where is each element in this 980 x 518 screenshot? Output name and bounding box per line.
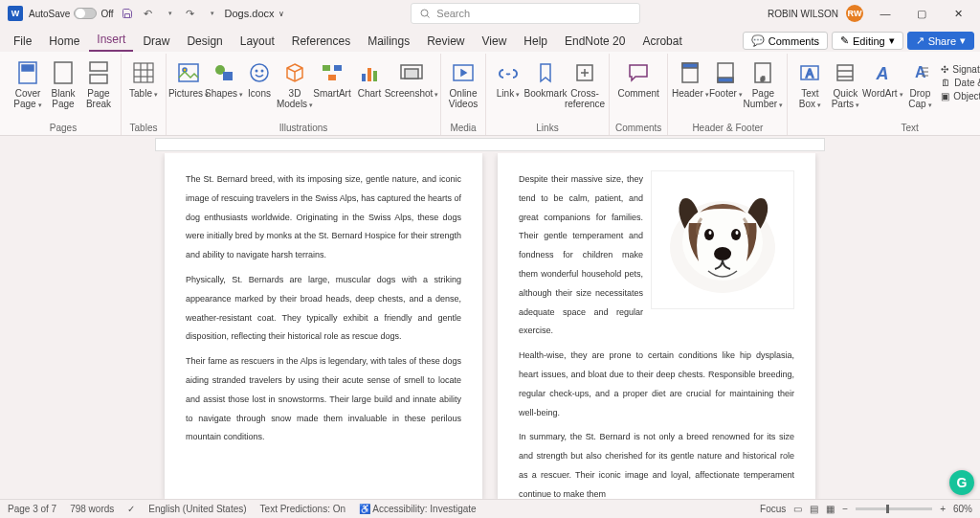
title-bar: W AutoSave Off ↶ ↷ Dogs.docx ∨ Search RO… [0, 0, 980, 27]
textbox-icon: A [796, 59, 823, 86]
svg-point-17 [256, 70, 258, 73]
view-print-icon[interactable]: ▤ [810, 504, 818, 514]
page-left[interactable]: The St. Bernard breed, with its imposing… [165, 153, 482, 499]
tab-home[interactable]: Home [41, 31, 87, 52]
footer-icon [712, 59, 739, 86]
paragraph: In summary, the St. Bernard is not only … [519, 428, 794, 499]
group-label-text: Text [901, 121, 918, 135]
user-avatar[interactable]: RW [846, 5, 863, 22]
cover-page-button[interactable]: Cover Page [11, 57, 44, 109]
paragraph: Health-wise, they are prone to certain c… [519, 347, 794, 422]
text-box-button[interactable]: AText Box [793, 57, 826, 109]
page-right[interactable]: Despite their massive size, they tend to… [498, 153, 815, 499]
status-accessibility[interactable]: ♿ Accessibility: Investigate [359, 504, 477, 514]
tab-review[interactable]: Review [419, 31, 472, 52]
cross-reference-button[interactable]: Cross-reference [567, 57, 603, 109]
tab-design[interactable]: Design [179, 31, 230, 52]
document-area[interactable]: The St. Bernard breed, with its imposing… [0, 153, 980, 499]
wordart-button[interactable]: AWordArt [864, 57, 901, 99]
tab-mailings[interactable]: Mailings [360, 31, 417, 52]
blank-page-button[interactable]: Blank Page [47, 57, 79, 109]
tab-insert[interactable]: Insert [89, 29, 133, 52]
icons-button[interactable]: Icons [243, 57, 276, 99]
quick-parts-button[interactable]: Quick Parts [829, 57, 861, 109]
qat-customize[interactable] [204, 6, 219, 21]
status-language[interactable]: English (United States) [148, 504, 246, 514]
page-number-button[interactable]: #Page Number [745, 57, 781, 109]
undo-icon[interactable]: ↶ [141, 6, 156, 21]
share-button[interactable]: ↗ Share ▾ [907, 32, 974, 50]
focus-mode-button[interactable]: Focus [760, 504, 786, 514]
autosave-toggle[interactable]: AutoSave Off [29, 8, 114, 19]
3d-models-button[interactable]: 3D Models [278, 57, 311, 109]
status-page[interactable]: Page 3 of 7 [8, 504, 56, 514]
online-videos-button[interactable]: Online Videos [447, 57, 479, 109]
undo-dropdown[interactable] [162, 6, 177, 21]
table-button[interactable]: Table [127, 57, 160, 99]
footer-button[interactable]: Footer [709, 57, 742, 99]
bookmark-button[interactable]: Bookmark [527, 57, 564, 99]
svg-rect-4 [55, 62, 72, 83]
date-time-button[interactable]: 🗓Date & Time [939, 77, 980, 89]
grammarly-icon[interactable]: G [949, 470, 974, 495]
document-name[interactable]: Dogs.docx ∨ [225, 8, 284, 19]
svg-rect-21 [328, 75, 336, 80]
drop-cap-button[interactable]: ADrop Cap [903, 57, 936, 109]
search-input[interactable]: Search [411, 3, 640, 24]
restore-button[interactable]: ▢ [907, 4, 936, 23]
smartart-button[interactable]: SmartArt [314, 57, 350, 99]
pictures-icon [175, 59, 202, 86]
svg-rect-31 [682, 63, 698, 68]
status-predictions[interactable]: Text Predictions: On [260, 504, 345, 514]
svg-rect-26 [405, 69, 418, 79]
redo-icon[interactable]: ↷ [183, 6, 198, 21]
crossref-icon [571, 59, 598, 86]
horizontal-ruler[interactable] [0, 136, 980, 153]
blank-page-icon [50, 59, 77, 86]
svg-rect-33 [718, 78, 733, 82]
signature-line-button[interactable]: ✣Signature Line [939, 63, 980, 76]
word-app-icon: W [8, 6, 23, 21]
header-button[interactable]: Header [674, 57, 706, 99]
save-icon[interactable] [120, 6, 135, 21]
svg-rect-22 [362, 74, 366, 81]
comments-button[interactable]: 💬 Comments [743, 32, 828, 50]
dog-image[interactable] [651, 170, 794, 309]
tab-layout[interactable]: Layout [233, 31, 282, 52]
view-web-icon[interactable]: ▦ [826, 504, 835, 514]
tab-acrobat[interactable]: Acrobat [635, 31, 689, 52]
status-words[interactable]: 798 words [70, 504, 114, 514]
editing-mode-button[interactable]: ✎ Editing ▾ [832, 32, 903, 50]
zoom-in-button[interactable]: + [940, 504, 946, 514]
svg-text:A: A [806, 67, 813, 80]
link-button[interactable]: Link [492, 57, 524, 99]
group-label-comments: Comments [615, 121, 661, 135]
paragraph: Their fame as rescuers in the Alps is le… [186, 352, 461, 447]
tab-draw[interactable]: Draw [135, 31, 177, 52]
shapes-button[interactable]: Shapes [208, 57, 240, 99]
chart-icon [356, 59, 383, 86]
zoom-slider[interactable] [856, 507, 932, 510]
pictures-button[interactable]: Pictures [172, 57, 205, 99]
svg-text:A: A [876, 64, 889, 83]
view-read-icon[interactable]: ▭ [793, 504, 802, 514]
zoom-out-button[interactable]: − [842, 504, 848, 514]
toggle-switch-icon[interactable] [74, 8, 97, 19]
spell-check-icon[interactable]: ✓ [127, 504, 135, 514]
page-break-button[interactable]: Page Break [82, 57, 115, 109]
close-button[interactable]: ✕ [944, 4, 972, 23]
svg-point-54 [714, 247, 731, 260]
minimize-button[interactable]: — [871, 4, 900, 23]
tab-file[interactable]: File [6, 31, 39, 52]
tab-view[interactable]: View [475, 31, 515, 52]
screenshot-button[interactable]: Screenshot [389, 57, 434, 99]
svg-point-18 [261, 70, 264, 73]
tab-endnote[interactable]: EndNote 20 [557, 31, 633, 52]
comment-button[interactable]: Comment [620, 57, 657, 99]
tab-help[interactable]: Help [516, 31, 555, 52]
object-button[interactable]: ▣Object [939, 90, 980, 102]
chart-button[interactable]: Chart [353, 57, 386, 99]
tab-references[interactable]: References [284, 31, 358, 52]
zoom-level[interactable]: 60% [953, 504, 972, 514]
group-label-tables: Tables [130, 121, 158, 135]
